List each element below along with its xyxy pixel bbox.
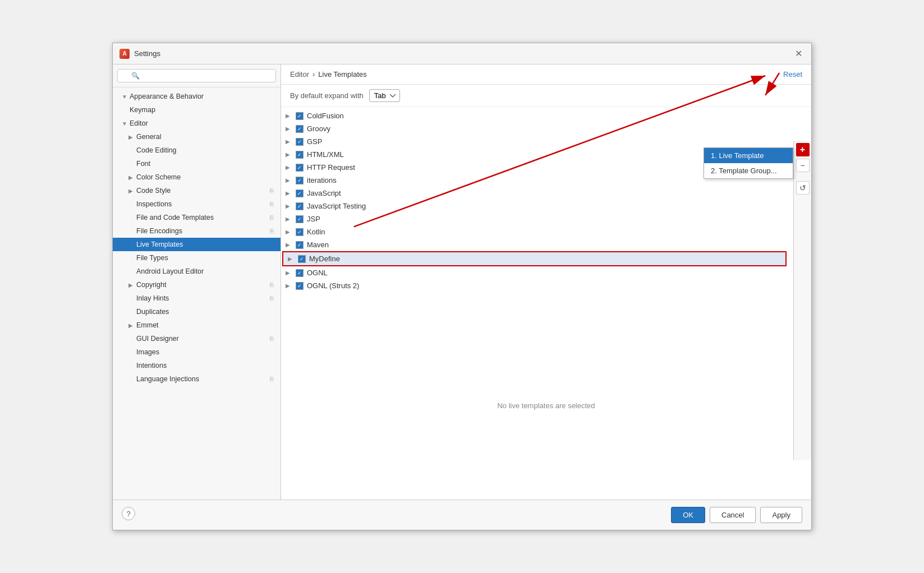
group-arrow-gsp: ▶ [286,138,292,145]
group-arrow-ognl-struts: ▶ [286,283,292,289]
expand-with-select[interactable]: Tab [369,89,400,102]
sidebar-item-gui-designer[interactable]: GUI Designer ⎘ [113,332,281,345]
checkbox-kotlin[interactable]: ✓ [296,228,304,236]
checkbox-jsp[interactable]: ✓ [296,215,304,223]
group-arrow-html: ▶ [286,151,292,158]
remove-button[interactable]: − [796,159,810,172]
breadcrumb-parent: Editor [290,70,309,78]
sidebar-label-appearance: Appearance & Behavior [130,93,204,100]
sidebar-label-editor: Editor [130,119,148,127]
breadcrumb: Editor › Live Templates [290,70,367,78]
sidebar-item-appearance[interactable]: ▼ Appearance & Behavior [113,90,281,103]
checkbox-ognl[interactable]: ✓ [296,269,304,277]
copy-icon-copyright: ⎘ [270,281,274,288]
sidebar-label-inspections: Inspections [136,200,172,208]
group-name-jsp: JSP [307,215,320,223]
checkbox-http[interactable]: ✓ [296,164,304,172]
group-kotlin[interactable]: ▶ ✓ Kotlin [281,225,788,238]
group-arrow-http: ▶ [286,164,292,170]
copy-icon-li: ⎘ [270,376,274,382]
popup-item-template-group[interactable]: 2. Template Group... [704,163,793,178]
checkbox-cf[interactable]: ✓ [296,112,304,120]
sidebar-item-language-injections[interactable]: Language Injections ⎘ [113,372,281,386]
checkbox-html[interactable]: ✓ [296,151,304,159]
group-arrow-mydefine: ▶ [288,256,295,262]
sidebar-item-duplicates[interactable]: Duplicates [113,305,281,318]
sidebar-item-color-scheme[interactable]: ▶ Color Scheme [113,170,281,184]
popup-item-live-template[interactable]: 1. Live Template [704,148,793,163]
copy-icon-fe: ⎘ [270,228,274,234]
reset-button[interactable]: Reset [783,70,802,78]
group-javascript[interactable]: ▶ ✓ JavaScript [281,187,788,200]
group-name-ognl: OGNL [307,269,328,277]
sidebar-item-keymap[interactable]: Keymap [113,103,281,117]
group-name-http: HTTP Request [307,163,355,172]
sidebar-item-file-encodings[interactable]: File Encodings ⎘ [113,224,281,238]
checkbox-jst[interactable]: ✓ [296,202,304,210]
arrow-icon-copyright: ▶ [128,282,134,288]
sidebar-item-code-style[interactable]: ▶ Code Style ⎘ [113,184,281,197]
copy-icon-gui: ⎘ [270,335,274,342]
sidebar-label-inlay-hints: Inlay Hints [136,294,169,302]
checkbox-iter[interactable]: ✓ [296,177,304,184]
group-gsp[interactable]: ▶ ✓ GSP [281,135,788,148]
sidebar-label-color-scheme: Color Scheme [136,173,181,181]
sidebar-item-android-layout[interactable]: Android Layout Editor [113,265,281,278]
sidebar-label-duplicates: Duplicates [136,308,169,316]
content-header: Editor › Live Templates Reset [281,64,811,85]
undo-button[interactable]: ↺ [796,181,810,195]
group-groovy[interactable]: ▶ ✓ Groovy [281,122,788,135]
sidebar-item-font[interactable]: Font [113,157,281,170]
sidebar-label-images: Images [136,348,159,356]
close-button[interactable]: ✕ [792,48,805,60]
sidebar-item-inspections[interactable]: Inspections ⎘ [113,197,281,211]
checkbox-groovy[interactable]: ✓ [296,125,304,133]
checkbox-mydefine[interactable]: ✓ [298,255,306,263]
sidebar-label-gui-designer: GUI Designer [136,335,179,343]
arrow-icon-cs: ▶ [128,174,134,181]
sidebar-item-file-types[interactable]: File Types [113,251,281,265]
sidebar-item-images[interactable]: Images [113,345,281,359]
main-content: Editor › Live Templates Reset By default… [281,64,811,500]
apply-button[interactable]: Apply [760,507,802,523]
checkbox-maven[interactable]: ✓ [296,241,304,249]
sidebar-item-intentions[interactable]: Intentions [113,359,281,372]
group-mydefine[interactable]: ▶ ✓ MyDefine [282,251,787,266]
sidebar-item-copyright[interactable]: ▶ Copyright ⎘ [113,278,281,292]
arrow-icon-general: ▶ [128,134,134,140]
group-arrow-ognl: ▶ [286,270,292,276]
sidebar-item-live-templates[interactable]: Live Templates [113,238,281,251]
sidebar-label-code-editing: Code Editing [136,146,177,154]
group-name-cf: ColdFusion [307,112,344,120]
sidebar-item-editor[interactable]: ▼ Editor [113,117,281,130]
ok-button[interactable]: OK [671,507,705,523]
sidebar-item-file-code-templates[interactable]: File and Code Templates ⎘ [113,211,281,224]
checkbox-ognl-struts[interactable]: ✓ [296,282,304,290]
sidebar-label-code-style: Code Style [136,187,171,195]
action-buttons: + − ↺ [793,141,811,460]
sidebar-item-emmet[interactable]: ▶ Emmet [113,318,281,332]
sidebar-item-general[interactable]: ▶ General [113,130,281,144]
group-arrow-groovy: ▶ [286,126,292,132]
help-button[interactable]: ? [122,507,135,520]
sidebar-item-code-editing[interactable]: Code Editing [113,144,281,157]
checkbox-js[interactable]: ✓ [296,190,304,197]
group-maven[interactable]: ▶ ✓ Maven [281,238,788,251]
group-coldfusion[interactable]: ▶ ✓ ColdFusion [281,109,788,122]
group-jsp[interactable]: ▶ ✓ JSP [281,212,788,225]
group-ognl-struts2[interactable]: ▶ ✓ OGNL (Struts 2) [281,279,788,292]
group-js-testing[interactable]: ▶ ✓ JavaScript Testing [281,200,788,212]
title-bar-left: A Settings [119,49,160,59]
sidebar-label-live-templates: Live Templates [136,241,183,248]
arrow-icon-cstyle: ▶ [128,188,134,194]
arrow-icon-editor: ▼ [122,121,127,127]
add-button[interactable]: + [796,143,810,156]
group-ognl[interactable]: ▶ ✓ OGNL [281,266,788,279]
group-name-ognl-struts: OGNL (Struts 2) [307,281,359,290]
sidebar-item-inlay-hints[interactable]: Inlay Hints ⎘ [113,292,281,305]
group-name-js: JavaScript [307,189,341,197]
cancel-button[interactable]: Cancel [710,507,756,523]
search-box: 🔍 [113,64,281,87]
checkbox-gsp[interactable]: ✓ [296,138,304,146]
search-input[interactable] [117,69,276,82]
